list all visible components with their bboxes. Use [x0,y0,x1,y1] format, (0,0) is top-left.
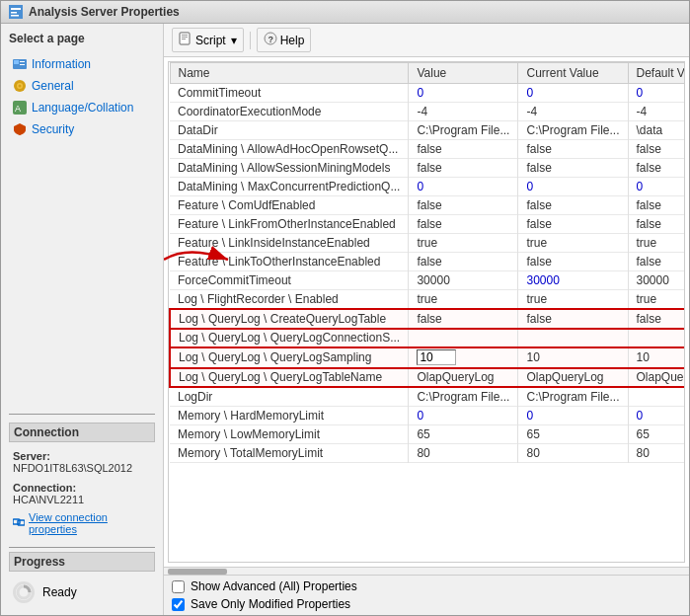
scroll-thumb[interactable] [168,569,227,575]
main-content: Script ▾ ? Help [164,24,689,615]
table-row: Log \ QueryLog \ CreateQueryLogTablefals… [170,309,685,329]
table-row: Memory \ LowMemoryLimit656565 [170,425,685,444]
cell-value: 65 [409,425,518,444]
progress-section-header: Progress [9,552,155,572]
connection-section: Connection Server: NFDO1IT8L63\SQL2012 C… [9,414,155,539]
table-row: Memory \ HardMemoryLimit000 [170,407,685,425]
properties-table-container[interactable]: Name Value Current Value Default Value C… [168,61,685,563]
cell-name: ForceCommitTimeout [170,271,409,290]
table-row: CoordinatorExecutionMode-4-4-4 [170,103,685,121]
table-row: Log \ FlightRecorder \ Enabledtruetruetr… [170,290,685,310]
cell-default: false [628,253,685,271]
save-only-label[interactable]: Save Only Modified Properties [191,597,350,611]
connection-section-header: Connection [9,423,155,442]
cell-value: OlapQueryLog [409,368,518,388]
progress-section: Progress Ready [9,547,155,607]
cell-value: false [409,215,518,234]
language-icon: A [13,101,27,115]
help-button[interactable]: ? Help [257,28,312,52]
sidebar-item-information[interactable]: Information [9,55,155,73]
sidebar-item-general[interactable]: General [9,77,155,95]
horizontal-scrollbar[interactable] [164,567,689,575]
cell-current: false [518,215,628,234]
save-only-checkbox[interactable] [172,598,185,611]
svg-point-10 [19,85,22,88]
show-advanced-label[interactable]: Show Advanced (All) Properties [191,579,357,593]
cell-name: Log \ QueryLog \ QueryLogConnectionS... [170,329,409,347]
svg-rect-5 [14,60,19,64]
title-bar: Analysis Server Properties [1,1,689,24]
cell-name: DataMining \ AllowSessionMiningModels [170,159,409,178]
cell-default: 0 [628,178,685,196]
progress-status: Ready [42,585,77,599]
sidebar-title: Select a page [9,32,155,45]
sidebar-item-information-label: Information [32,57,91,71]
script-button[interactable]: Script ▾ [172,28,244,52]
cell-default: 30000 [628,271,685,290]
table-row: Log \ QueryLog \ QueryLogTableNameOlapQu… [170,368,685,388]
show-advanced-checkbox[interactable] [172,580,185,593]
cell-current: 80 [518,444,628,463]
cell-current: 30000 [518,271,628,290]
cell-value: false [409,253,518,271]
cell-name: Feature \ ComUdfEnabled [170,196,409,215]
cell-value[interactable] [409,347,518,368]
cell-current: -4 [518,103,628,121]
cell-value: 30000 [409,271,518,290]
cell-name: CoordinatorExecutionMode [170,103,409,121]
col-default: Default Value [628,63,685,84]
cell-default: 80 [628,444,685,463]
cell-name: DataMining \ AllowAdHocOpenRowsetQ... [170,140,409,159]
table-row: DataMining \ MaxConcurrentPredictionQ...… [170,178,685,196]
cell-name: Feature \ LinkToOtherInstanceEnabled [170,253,409,271]
cell-current: 10 [518,347,628,368]
cell-current: 0 [518,407,628,425]
svg-rect-14 [18,520,25,525]
cell-current: false [518,159,628,178]
table-header-row: Name Value Current Value Default Value [170,63,685,84]
sidebar-item-language-label: Language/Collation [32,101,133,115]
cell-default [628,329,685,347]
cell-value: false [409,140,518,159]
progress-item: Ready [9,578,155,607]
cell-default: false [628,196,685,215]
svg-rect-3 [11,15,19,17]
cell-default: true [628,234,685,253]
value-input[interactable] [417,349,456,365]
cell-current [518,329,628,347]
svg-rect-2 [11,12,17,14]
cell-value: 80 [409,444,518,463]
cell-value: 0 [409,178,518,196]
cell-name: Feature \ LinkFromOtherInstanceEnabled [170,215,409,234]
view-connection-link[interactable]: View connection properties [9,507,155,539]
cell-default [628,387,685,407]
cell-default: 0 [628,84,685,103]
cell-current: false [518,309,628,329]
toolbar-separator [250,32,251,49]
cell-name: CommitTimeout [170,84,409,103]
cell-current: false [518,253,628,271]
cell-name: Log \ QueryLog \ QueryLogSampling [170,347,409,368]
table-row: Log \ QueryLog \ QueryLogSampling1010 [170,347,685,368]
cell-value: C:\Program File... [409,387,518,407]
save-only-row: Save Only Modified Properties [172,597,681,611]
cell-default: 0 [628,407,685,425]
cell-value: true [409,234,518,253]
table-row: CommitTimeout000 [170,84,685,103]
cell-value: C:\Program File... [409,121,518,140]
sidebar-item-security[interactable]: Security [9,120,155,138]
sidebar-item-language[interactable]: A Language/Collation [9,99,155,116]
cell-default: true [628,290,685,310]
cell-default: -4 [628,103,685,121]
sidebar-item-general-label: General [32,79,74,93]
general-icon [13,79,27,93]
cell-current: OlapQueryLog [518,368,628,388]
svg-rect-17 [182,35,188,36]
cell-current: C:\Program File... [518,387,628,407]
help-icon: ? [264,32,277,48]
information-icon [13,57,27,71]
col-name: Name [170,63,409,84]
svg-rect-7 [20,64,25,65]
table-body: CommitTimeout000CoordinatorExecutionMode… [170,84,685,463]
cell-current: true [518,234,628,253]
